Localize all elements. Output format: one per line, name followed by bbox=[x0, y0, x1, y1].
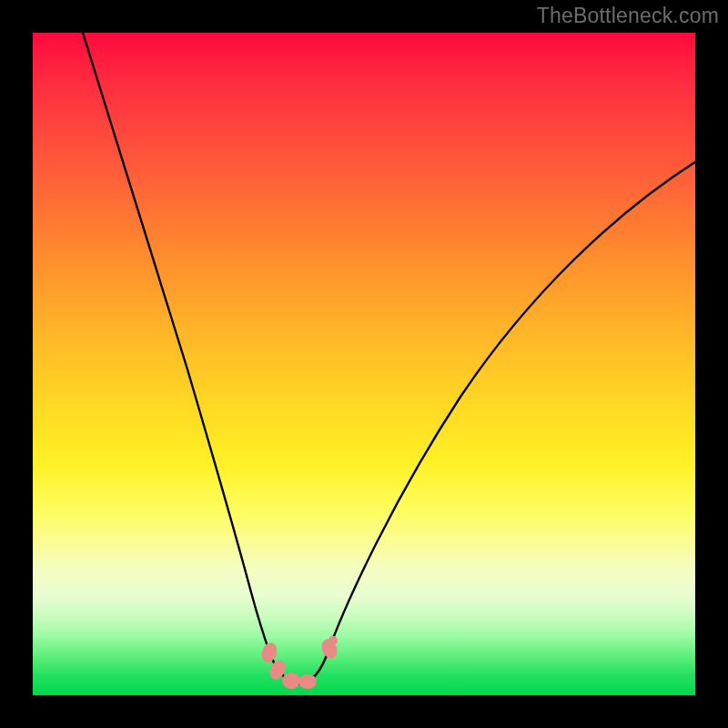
marker-dot bbox=[298, 674, 317, 689]
curve-left-branch bbox=[83, 33, 269, 652]
marker-dot bbox=[259, 641, 279, 664]
watermark-text: TheBottleneck.com bbox=[537, 4, 719, 28]
chart-svg bbox=[33, 33, 695, 695]
chart-frame: TheBottleneck.com bbox=[0, 0, 728, 728]
valley-markers bbox=[259, 636, 340, 689]
curve-right-branch bbox=[329, 162, 695, 648]
marker-dot bbox=[282, 672, 300, 689]
marker-dot bbox=[329, 636, 338, 645]
plot-area bbox=[33, 33, 695, 695]
